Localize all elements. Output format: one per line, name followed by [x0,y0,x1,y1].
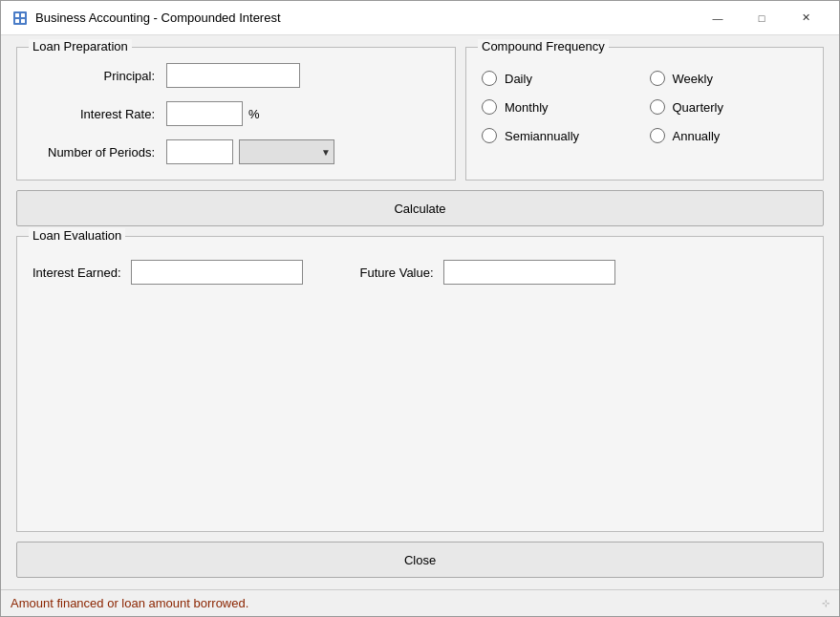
window-title: Business Accounting - Compounded Interes… [35,11,696,25]
interest-earned-label: Interest Earned: [32,266,121,280]
radio-label-monthly: Monthly [505,100,549,115]
periods-dropdown[interactable]: Years Months [239,139,334,164]
interest-earned-field: Interest Earned: [32,260,303,285]
top-row: Loan Preparation Principal: Interest Rat… [16,47,824,181]
compound-freq-label: Compound Frequency [478,39,609,53]
principal-input[interactable] [166,63,300,88]
radio-circle-quarterly [650,99,665,115]
rate-label: Interest Rate: [32,107,166,121]
window-controls: — □ ✕ [696,5,828,32]
radio-circle-annually [650,128,665,143]
loan-preparation-panel: Loan Preparation Principal: Interest Rat… [16,47,456,181]
app-icon [12,11,28,26]
status-text: Amount financed or loan amount borrowed. [11,596,248,610]
content-area: Loan Preparation Principal: Interest Rat… [1,35,839,589]
loan-prep-label: Loan Preparation [29,39,132,53]
svg-rect-1 [15,13,19,17]
radio-monthly[interactable]: Monthly [482,99,640,115]
radio-circle-weekly [650,71,665,86]
periods-row: Number of Periods: Years Months ▼ [32,139,440,164]
svg-rect-2 [21,13,25,17]
radio-semiannually[interactable]: Semiannually [482,128,640,143]
periods-input[interactable] [166,139,233,164]
compound-frequency-panel: Compound Frequency Daily Weekly [465,47,824,181]
minimize-button[interactable]: — [696,5,740,32]
radio-label-weekly: Weekly [673,72,713,86]
principal-label: Principal: [32,69,166,83]
svg-rect-0 [13,11,27,25]
title-bar: Business Accounting - Compounded Interes… [1,1,839,35]
radio-label-semiannually: Semiannually [505,129,579,143]
radio-label-quarterly: Quarterly [673,100,723,115]
principal-row: Principal: [32,63,440,88]
future-value-field: Future Value: [360,260,615,285]
close-window-button[interactable]: ✕ [784,5,828,32]
calculate-button[interactable]: Calculate [16,190,824,226]
svg-rect-3 [15,19,19,23]
radio-circle-monthly [482,99,497,115]
radio-weekly[interactable]: Weekly [650,71,808,86]
periods-dropdown-wrapper: Years Months ▼ [233,139,334,164]
percent-symbol: % [248,107,260,121]
main-window: Business Accounting - Compounded Interes… [0,0,840,617]
periods-label: Number of Periods: [32,145,166,160]
radio-label-annually: Annually [673,129,721,143]
rate-input[interactable] [166,101,243,126]
close-button[interactable]: Close [16,542,824,578]
svg-rect-4 [21,19,25,23]
radio-daily[interactable]: Daily [482,71,640,86]
radio-label-daily: Daily [505,72,532,86]
radio-grid: Daily Weekly Monthly Quart [482,71,808,143]
resize-handle-icon: ⊹ [822,598,829,608]
status-bar: Amount financed or loan amount borrowed.… [1,589,839,616]
rate-row: Interest Rate: % [32,101,440,126]
loan-evaluation-panel: Loan Evaluation Interest Earned: Future … [16,236,824,532]
maximize-button[interactable]: □ [740,5,784,32]
radio-circle-daily [482,71,497,86]
radio-circle-semiannually [482,128,497,143]
loan-eval-label: Loan Evaluation [29,228,125,243]
radio-quarterly[interactable]: Quarterly [650,99,808,115]
eval-row: Interest Earned: Future Value: [32,260,808,285]
radio-annually[interactable]: Annually [650,128,808,143]
future-value-input[interactable] [443,260,615,285]
interest-earned-input[interactable] [131,260,303,285]
future-value-label: Future Value: [360,266,434,280]
